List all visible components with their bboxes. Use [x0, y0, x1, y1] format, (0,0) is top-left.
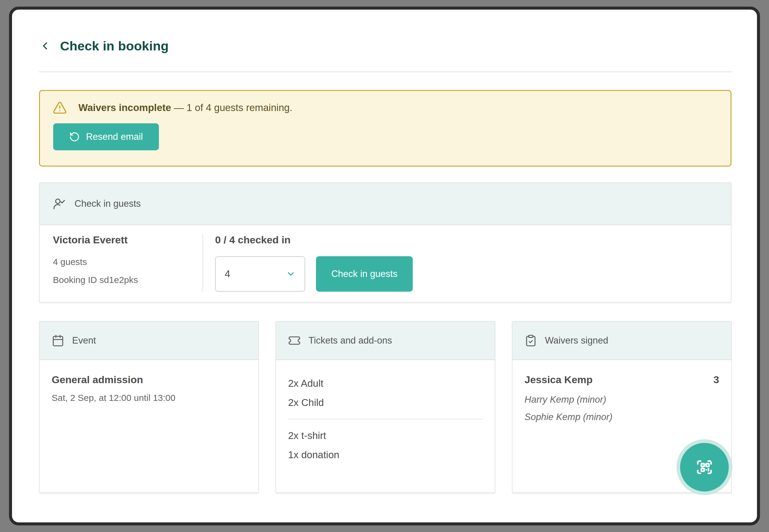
resend-email-label: Resend email [86, 131, 143, 142]
warning-detail: — 1 of 4 guests remaining. [174, 102, 292, 113]
qr-button-halo [677, 439, 732, 495]
waiver-count-badge: 3 [713, 374, 719, 386]
check-in-section-body: Victoria Everett 4 guests Booking ID sd1… [40, 225, 731, 302]
waivers-card-title: Waivers signed [545, 335, 608, 346]
check-in-section-title: Check in guests [74, 198, 141, 209]
clipboard-check-icon [524, 334, 537, 347]
addon-line: 2x t-shirt [288, 426, 483, 445]
ticket-icon [288, 334, 301, 347]
tickets-card: Tickets and add-ons 2x Adult 2x Child 2x… [276, 321, 495, 493]
ticket-line: 2x Adult [288, 374, 483, 393]
waiver-signer-row: Jessica Kemp 3 [524, 374, 719, 386]
waiver-minor: Harry Kemp (minor) [524, 391, 719, 408]
warning-message-row: Waivers incomplete — 1 of 4 guests remai… [53, 101, 718, 115]
guest-count-select-value: 4 [225, 268, 230, 280]
guest-name: Victoria Everett [53, 234, 128, 246]
warning-text: Waivers incomplete — 1 of 4 guests remai… [78, 102, 292, 113]
event-name: General admission [52, 374, 246, 386]
checked-in-progress: 0 / 4 checked in [215, 234, 291, 246]
waiver-signer-name: Jessica Kemp [524, 374, 593, 386]
tickets-card-title: Tickets and add-ons [309, 335, 392, 346]
vertical-divider [203, 235, 203, 292]
event-time: Sat, 2 Sep, at 12:00 until 13:00 [52, 393, 246, 403]
waiver-minors-list: Harry Kemp (minor) Sophie Kemp (minor) [524, 391, 719, 426]
event-card-header: Event [40, 322, 258, 360]
warning-title: Waivers incomplete [78, 102, 171, 113]
info-cards-row: Event General admission Sat, 2 Sep, at 1… [39, 321, 732, 493]
scan-qr-button[interactable] [680, 443, 729, 491]
warning-triangle-icon [53, 101, 67, 115]
page-header: Check in booking [39, 37, 169, 55]
user-check-icon [53, 197, 66, 210]
event-card-body: General admission Sat, 2 Sep, at 12:00 u… [40, 360, 258, 417]
chevron-left-icon [39, 40, 51, 52]
tickets-card-header: Tickets and add-ons [276, 322, 495, 360]
header-divider [39, 71, 731, 72]
refresh-icon [69, 131, 80, 142]
guest-count-select[interactable]: 4 [215, 256, 305, 292]
check-in-section: Check in guests Victoria Everett 4 guest… [39, 182, 731, 302]
screen-background: Check in booking Waivers incomplete — 1 … [0, 0, 769, 532]
waiver-minor: Sophie Kemp (minor) [524, 408, 719, 426]
check-in-guests-label: Check in guests [331, 269, 398, 279]
waivers-warning-banner: Waivers incomplete — 1 of 4 guests remai… [39, 90, 731, 167]
app-window: Check in booking Waivers incomplete — 1 … [9, 7, 760, 525]
calendar-icon [52, 334, 64, 347]
guest-count: 4 guests [53, 257, 87, 267]
qr-scan-icon [693, 456, 716, 479]
page-title: Check in booking [60, 39, 169, 53]
event-card-title: Event [72, 335, 96, 346]
event-card: Event General admission Sat, 2 Sep, at 1… [39, 321, 259, 493]
check-in-guests-button[interactable]: Check in guests [316, 256, 413, 292]
addons-divider [288, 419, 483, 419]
resend-email-button[interactable]: Resend email [53, 123, 159, 150]
chevron-down-icon [286, 269, 296, 279]
check-in-section-header: Check in guests [40, 183, 731, 225]
waivers-card-header: Waivers signed [512, 322, 731, 360]
booking-id: Booking ID sd1e2pks [53, 275, 138, 285]
back-button[interactable] [39, 40, 51, 52]
ticket-line: 2x Child [288, 393, 483, 412]
addon-line: 1x donation [288, 445, 483, 464]
waivers-card-body: Jessica Kemp 3 Harry Kemp (minor) Sophie… [512, 360, 731, 440]
tickets-card-body: 2x Adult 2x Child 2x t-shirt 1x donation [276, 360, 495, 478]
